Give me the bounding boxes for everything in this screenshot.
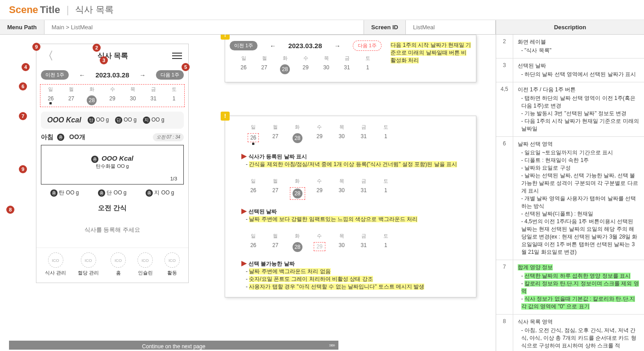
nav-icon: ICO <box>111 252 126 268</box>
marker-9: 9 <box>32 43 40 51</box>
meal-time: 오전 07 : 34 <box>153 133 184 141</box>
alert-icon: ! <box>221 35 230 40</box>
marker-8: 8 <box>6 206 14 214</box>
carb-badge: 탄 <box>88 117 95 124</box>
marker-5: 5 <box>182 63 190 71</box>
date-cell[interactable]: 29 <box>102 94 123 107</box>
prev-week-button[interactable]: 이전 1주 <box>41 70 69 80</box>
desc-content: 선택된 날짜하단의 날짜 선택 영역에서 선택된 날짜가 표시 <box>513 58 644 82</box>
week-selector: 일 월 화 수 목 금 토 26 27 28 29 30 31 1 <box>40 84 185 107</box>
scene-label: Scene <box>9 4 38 16</box>
desc-num: 3 <box>496 58 513 82</box>
dow-cell: 월 <box>61 85 82 94</box>
menu-path-label: Menu Path <box>0 20 44 34</box>
nav-icon: ICO <box>48 252 63 268</box>
next-week-button[interactable]: 다음 1주 <box>156 70 184 80</box>
dow-cell: 금 <box>143 85 164 94</box>
week-nav: 이전 1주 ← 2023.03.28 → 다음 1주 <box>36 68 188 82</box>
alert-icon: ! <box>221 112 230 121</box>
protein-badge: 단 <box>115 117 122 124</box>
nav-item-insulin[interactable]: ICO인슐린 <box>138 252 153 276</box>
callout-note: 다음 1주의 시작 날짜가 현재일 기준으로 미래의 날짜일때 버튼 비활성화 … <box>391 42 471 63</box>
dow-cell: 일 <box>40 85 61 94</box>
nav-item-home[interactable]: ICO홈 <box>111 252 126 276</box>
date-cell[interactable]: 26 <box>40 94 61 107</box>
date-cell[interactable]: 1 <box>164 94 184 107</box>
date-cell[interactable]: 31 <box>143 94 164 107</box>
nav-icon: ICO <box>138 252 153 268</box>
nav-item-glucose[interactable]: ICO혈당 관리 <box>78 252 99 276</box>
back-icon[interactable]: 〈 <box>43 49 53 63</box>
bottom-nav: ICO식사 관리 ICO혈당 관리 ICO홈 ICO인슐린 ICO활동 <box>36 248 188 283</box>
marker-2: 2 <box>93 44 101 52</box>
arrow-icon: ▶ <box>241 207 247 215</box>
marker-9b: 9 <box>19 165 27 173</box>
desc-content: 이전 1주 / 다음 1주 버튼탭하면 하단의 날짜 선택 영역이 이전 1주(… <box>513 82 644 137</box>
separator: | <box>67 4 69 16</box>
nav-icon: ICO <box>164 252 180 268</box>
wireframe-canvas: 9 2 3 4 5 6 7 8 9 〈 식사 목록 이전 1주 ← 2023.0… <box>0 35 496 350</box>
continue-bar: Continue on the next page»»» <box>9 341 338 350</box>
pagination: 1/3 <box>48 176 177 181</box>
meal-image-placeholder[interactable]: 총 OOO Kcal 탄수화물 OO g 1/3 <box>41 145 184 184</box>
nav-item-activity[interactable]: ICO활동 <box>164 252 180 276</box>
meta-bar: Menu Path Main > ListMeal Screen ID List… <box>0 20 644 35</box>
meal-name: 아침 <box>41 133 53 141</box>
current-date: 2023.03.28 <box>95 71 129 79</box>
description-header: Description <box>496 20 644 34</box>
date-cell[interactable]: 30 <box>123 94 143 107</box>
count-badge: 총 <box>57 134 64 141</box>
dow-cell: 화 <box>81 85 102 94</box>
desc-num: 8 <box>496 315 513 351</box>
meal-sub: 탄수화물 OO g <box>48 163 177 170</box>
kcal-total: OOO Kcal <box>47 116 81 124</box>
snack-title: 오전 간식 <box>41 204 184 212</box>
meal-count: OO개 <box>69 133 85 141</box>
marker-6: 6 <box>19 82 27 90</box>
screen-id-label: Screen ID <box>364 20 406 34</box>
page-title: 식사 목록 <box>75 4 114 16</box>
page-header: Scene Title | 식사 목록 <box>0 0 644 20</box>
register-prompt: 식사를 등록해 주세요 <box>41 226 184 234</box>
next-week-disabled: 다음 1주 <box>353 40 382 51</box>
marker-3: 3 <box>100 56 108 64</box>
dow-row: 일 월 화 수 목 금 토 <box>40 85 184 94</box>
screen-id-value: ListMeal <box>406 20 496 34</box>
menu-path-value: Main > ListMeal <box>44 20 364 34</box>
prev-arrow-icon[interactable]: ← <box>77 72 87 79</box>
marker-7: 7 <box>19 112 27 120</box>
dow-cell: 토 <box>164 85 184 94</box>
desc-content: 화면 레이블"식사 목록" <box>513 35 644 58</box>
dow-cell: 목 <box>123 85 143 94</box>
next-arrow-icon[interactable]: → <box>138 72 147 79</box>
arrow-icon: ▶ <box>241 259 247 267</box>
desc-num: 2 <box>496 35 513 58</box>
nav-item-meal[interactable]: ICO식사 관리 <box>45 252 66 276</box>
desc-num: 7 <box>496 260 513 315</box>
nav-icon: ICO <box>81 252 96 268</box>
meal-card: 아침 총 OO개 오전 07 : 34 총 OOO Kcal 탄수화물 OO g… <box>41 133 184 234</box>
date-row: 26 27 28 29 30 31 1 <box>40 94 184 107</box>
desc-num: 6 <box>496 137 513 260</box>
desc-content: 날짜 선택 영역일요일 ~토요일까지의 기간으로 표시디폴트 : 현재일이 속한… <box>513 137 644 260</box>
prev-week-button[interactable]: 이전 1주 <box>230 41 258 50</box>
desc-content: 합계 영양 정보선택한 날짜의 하루 섭취한 영양 정보를 표시칼로리 정보와 … <box>513 260 644 315</box>
arrow-icon: ▶ <box>241 152 247 160</box>
macro-row: 총탄 OO g 총단 OO g 총지 OO g <box>41 189 184 197</box>
title-label: Title <box>40 4 60 16</box>
date-cell-selected[interactable]: 28 <box>81 94 102 107</box>
chevron-right-icon: »»» <box>329 342 334 348</box>
desc-num: 4,5 <box>496 82 513 137</box>
date-cell[interactable]: 27 <box>61 94 82 107</box>
description-panel: 2화면 레이블"식사 목록"3선택된 날짜하단의 날짜 선택 영역에서 선택된 … <box>496 35 644 351</box>
fat-badge: 지 <box>143 117 150 124</box>
desc-content: 식사 목록 영역아침, 오전 간식, 점심, 오후 간식, 저녁, 저녁 간식,… <box>513 315 644 351</box>
marker-4: 4 <box>22 63 30 71</box>
nutrition-summary: OOO Kcal 탄OO g 단OO g 지OO g <box>41 112 184 129</box>
description-table: 2화면 레이블"식사 목록"3선택된 날짜하단의 날짜 선택 영역에서 선택된 … <box>496 35 644 351</box>
callout-next-week: ! 이전 1주 ← 2023.03.28 → 다음 1주 일월화수목금토 262… <box>225 35 476 82</box>
dow-cell: 수 <box>102 85 123 94</box>
callout-date-states: ! 일월화수목금토 2627282930311 ▶식사가 등록된 날짜 표시 간… <box>225 116 476 297</box>
phone-mockup: 〈 식사 목록 이전 1주 ← 2023.03.28 → 다음 1주 일 월 화… <box>36 44 189 283</box>
menu-icon[interactable] <box>172 53 182 59</box>
